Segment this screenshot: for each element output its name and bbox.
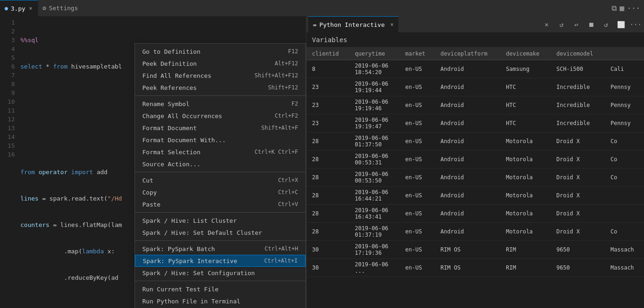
more-button[interactable]: ··· xyxy=(629,18,642,31)
panel-tab-bar: = Python Interactive × × ↺ ↩ ⏹ ↺ ⬜ ··· xyxy=(306,16,644,32)
variables-table: clientid querytime market deviceplatform… xyxy=(306,48,644,277)
table-cell: Android xyxy=(435,78,500,96)
editor-tab-close[interactable]: × xyxy=(28,4,33,13)
settings-tab-label: Settings xyxy=(49,5,78,12)
menu-item-label: Spark / Hive: Set Default Cluster xyxy=(142,229,262,236)
col-market[interactable]: market xyxy=(400,48,435,60)
table-header-row: clientid querytime market deviceplatform… xyxy=(306,48,644,60)
table-cell: Massach xyxy=(605,241,644,259)
table-cell: Droid X xyxy=(551,187,605,205)
export-button[interactable]: ⬜ xyxy=(614,18,627,31)
table-cell: Incredible xyxy=(551,114,605,132)
variables-section: Variables xyxy=(306,32,644,48)
table-cell: SCH-i500 xyxy=(551,60,605,78)
col-devicemake[interactable]: devicemake xyxy=(500,48,551,60)
close-button[interactable]: × xyxy=(540,18,553,31)
table-cell: 23 xyxy=(306,114,349,132)
table-row: 232019-06-06 19:19:47en-USAndroidHTCIncr… xyxy=(306,114,644,132)
menu-item-shortcut: Shift+Alt+F12 xyxy=(255,72,298,79)
menu-cut[interactable]: Cut Ctrl+X xyxy=(135,174,306,186)
tab-settings[interactable]: ⚙ Settings xyxy=(38,0,83,16)
table-cell: Motorola xyxy=(500,205,551,223)
col-extra xyxy=(605,48,644,60)
layout-icon[interactable]: ▦ xyxy=(619,4,624,13)
menu-separator-5 xyxy=(135,281,306,281)
menu-rename-symbol[interactable]: Rename Symbol F2 xyxy=(135,98,306,110)
panel-tab-python-interactive[interactable]: = Python Interactive × xyxy=(308,16,398,32)
more-actions-icon[interactable]: ··· xyxy=(627,4,640,13)
table-cell: 9650 xyxy=(551,259,605,277)
menu-item-label: Rename Symbol xyxy=(142,101,190,107)
menu-format-document[interactable]: Format Document Shift+Alt+F xyxy=(135,122,306,134)
menu-item-shortcut: Shift+F12 xyxy=(268,84,298,91)
menu-run-python-file-terminal-1[interactable]: Run Python File in Terminal xyxy=(135,295,306,307)
table-body: 82019-06-06 18:54:20en-USAndroidSamsungS… xyxy=(306,60,644,277)
table-cell: Droid X xyxy=(551,169,605,187)
panel-tab-label: Python Interactive xyxy=(319,21,385,28)
table-cell: Co xyxy=(605,132,644,151)
menu-change-all-occurrences[interactable]: Change All Occurrences Ctrl+F2 xyxy=(135,110,306,122)
undo-button[interactable]: ↩ xyxy=(570,18,583,31)
menu-item-shortcut: F12 xyxy=(288,48,298,55)
menu-find-all-references[interactable]: Find All References Shift+Alt+F12 xyxy=(135,69,306,82)
split-editor-icon[interactable]: ⧉ xyxy=(612,4,617,13)
menu-item-label: Format Document With... xyxy=(142,137,226,144)
python-file-icon: ● xyxy=(5,5,8,12)
menu-peek-references[interactable]: Peek References Shift+F12 xyxy=(135,82,306,94)
menu-format-selection[interactable]: Format Selection Ctrl+K Ctrl+F xyxy=(135,146,306,158)
refresh-button[interactable]: ↺ xyxy=(599,18,612,31)
menu-source-action[interactable]: Source Action... xyxy=(135,158,306,170)
menu-copy[interactable]: Copy Ctrl+C xyxy=(135,186,306,198)
menu-peek-definition[interactable]: Peek Definition Alt+F12 xyxy=(135,57,306,69)
menu-item-label: Peek Definition xyxy=(142,60,197,67)
table-cell: 28 xyxy=(306,223,349,241)
table-cell: en-US xyxy=(400,241,435,259)
col-querytime[interactable]: querytime xyxy=(349,48,400,60)
panel-tab-close[interactable]: × xyxy=(390,21,394,28)
restart-button[interactable]: ↺ xyxy=(555,18,568,31)
table-cell: Co xyxy=(605,169,644,187)
table-cell: en-US xyxy=(400,60,435,78)
menu-spark-pyspark-batch[interactable]: Spark: PySpark Batch Ctrl+Alt+H xyxy=(135,243,306,255)
menu-spark-set-default-cluster[interactable]: Spark / Hive: Set Default Cluster xyxy=(135,226,306,239)
table-cell: Cali xyxy=(605,60,644,78)
table-row: 282019-06-06 16:43:41en-USAndroidMotorol… xyxy=(306,205,644,223)
table-cell: 28 xyxy=(306,187,349,205)
table-cell: RIM OS xyxy=(435,241,500,259)
menu-run-current-test[interactable]: Run Current Test File xyxy=(135,283,306,295)
menu-item-shortcut: Ctrl+Alt+H xyxy=(265,245,298,252)
menu-item-label: Copy xyxy=(142,189,157,196)
table-cell: HTC xyxy=(500,96,551,114)
table-cell: 2019-06-06 16:44:21 xyxy=(349,187,400,205)
table-cell: Android xyxy=(435,96,500,114)
menu-item-shortcut: Ctrl+K Ctrl+F xyxy=(255,149,298,155)
tab-editor[interactable]: ● 3.py × xyxy=(0,0,38,16)
data-table[interactable]: clientid querytime market deviceplatform… xyxy=(306,48,644,308)
col-deviceplatform[interactable]: deviceplatform xyxy=(435,48,500,60)
stop-button[interactable]: ⏹ xyxy=(585,18,598,31)
table-cell: 28 xyxy=(306,132,349,151)
menu-item-label: Cut xyxy=(142,177,153,184)
table-cell: 2019-06-06 00:53:50 xyxy=(349,169,400,187)
table-cell: 2019-06-06 17:19:36 xyxy=(349,241,400,259)
table-cell: 2019-06-06 00:53:31 xyxy=(349,151,400,169)
menu-separator-1 xyxy=(135,95,306,96)
menu-go-to-definition[interactable]: Go to Definition F12 xyxy=(135,45,306,57)
table-cell: en-US xyxy=(400,78,435,96)
menu-item-label: Find All References xyxy=(142,72,211,79)
table-cell: en-US xyxy=(400,114,435,132)
menu-spark-list-cluster[interactable]: Spark / Hive: List Cluster xyxy=(135,214,306,226)
table-cell: 8 xyxy=(306,60,349,78)
menu-spark-pyspark-interactive[interactable]: Spark: PySpark Interactive Ctrl+Alt+I xyxy=(135,255,306,267)
menu-separator-2 xyxy=(135,172,306,172)
table-row: 232019-06-06 19:19:46en-USAndroidHTCIncr… xyxy=(306,96,644,114)
table-cell: 23 xyxy=(306,96,349,114)
menu-spark-set-configuration[interactable]: Spark / Hive: Set Configuration xyxy=(135,267,306,279)
menu-format-document-with[interactable]: Format Document With... xyxy=(135,134,306,146)
col-clientid[interactable]: clientid xyxy=(306,48,349,60)
menu-paste[interactable]: Paste Ctrl+V xyxy=(135,198,306,210)
col-devicemodel[interactable]: devicemodel xyxy=(551,48,605,60)
table-cell: Motorola xyxy=(500,187,551,205)
table-row: 282019-06-06 00:53:50en-USAndroidMotorol… xyxy=(306,169,644,187)
table-cell: Android xyxy=(435,114,500,132)
